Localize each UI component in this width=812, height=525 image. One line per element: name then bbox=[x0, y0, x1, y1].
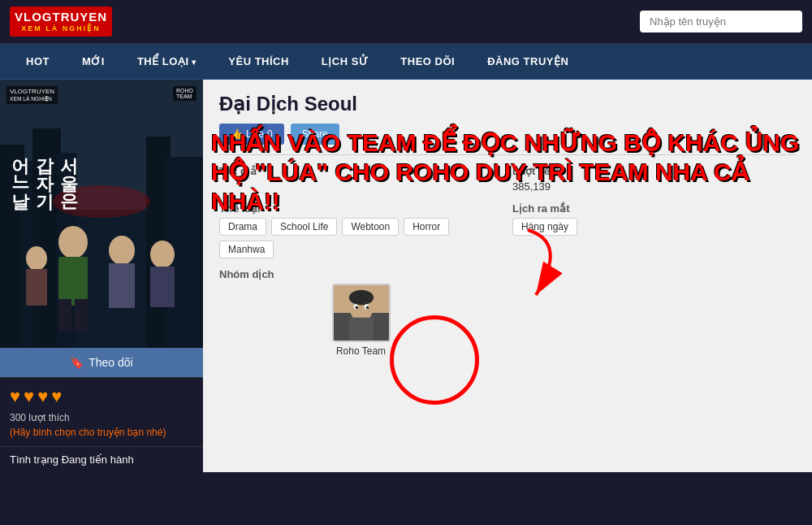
svg-point-13 bbox=[109, 236, 135, 265]
svg-rect-14 bbox=[109, 263, 135, 308]
logo-main-text: VLOGTRUYEN bbox=[15, 10, 107, 24]
nav-item-lichsu[interactable]: LỊCH SỬ bbox=[305, 44, 385, 79]
svg-point-31 bbox=[365, 306, 369, 309]
site-header: VLOGTRUYEN XEM LÀ NGHIỆN bbox=[0, 0, 812, 44]
translator-label: Nhóm dịch bbox=[219, 268, 503, 280]
cover-badge: ROHOTEAM bbox=[173, 86, 197, 101]
follow-button[interactable]: 🔖 Theo dõi bbox=[0, 348, 203, 377]
avatar-illustration bbox=[334, 284, 389, 342]
svg-point-17 bbox=[26, 246, 47, 271]
translator-area: Roho Team bbox=[219, 284, 503, 357]
svg-rect-10 bbox=[58, 257, 88, 306]
action-buttons: 👍 Like 0 Share bbox=[219, 124, 796, 145]
genre-horror[interactable]: Horror bbox=[404, 218, 449, 236]
status-label: Tình trạng bbox=[10, 453, 58, 466]
rating-area: ♥ ♥ ♥ ♥ 300 lượt thích (Hãy bình chọn ch… bbox=[0, 377, 203, 446]
like-button[interactable]: 👍 Like 0 bbox=[219, 124, 284, 145]
genre-school[interactable]: School Life bbox=[271, 218, 337, 236]
logo-area[interactable]: VLOGTRUYEN XEM LÀ NGHIỆN bbox=[10, 7, 112, 37]
heart-3[interactable]: ♥ bbox=[37, 386, 48, 407]
bookmark-icon: 🔖 bbox=[70, 356, 84, 369]
site-logo[interactable]: VLOGTRUYEN XEM LÀ NGHIỆN bbox=[10, 7, 112, 37]
nav-item-yeuthich[interactable]: YÊU THÍCH bbox=[212, 44, 305, 79]
left-panel: VLOGTRUYENXEM LÀ NGHIỆN ROHOTEAM bbox=[0, 80, 203, 472]
translator-section: Nhóm dịch bbox=[219, 268, 503, 357]
views-label: Lượt xem bbox=[512, 165, 796, 177]
thumbs-up-icon: 👍 bbox=[231, 128, 243, 140]
nav-item-theodoi[interactable]: THEO DÕI bbox=[384, 44, 471, 79]
svg-rect-18 bbox=[26, 269, 47, 306]
genre-section: Thể loại Drama School Life Webtoon Horro… bbox=[219, 202, 503, 258]
manga-title: Đại Dịch Seoul bbox=[219, 93, 796, 115]
svg-rect-26 bbox=[348, 316, 373, 341]
status-row: Tình trạng Đang tiến hành bbox=[0, 446, 203, 472]
logo-sub-text: XEM LÀ NGHIỆN bbox=[15, 24, 107, 33]
cover-illustration: 어느날 갑자기 서울은 bbox=[0, 80, 203, 348]
book-cover: VLOGTRUYENXEM LÀ NGHIỆN ROHOTEAM bbox=[0, 80, 203, 348]
author-label: Tác giả bbox=[219, 165, 503, 177]
views-section: Lượt xem 385,139 bbox=[512, 165, 796, 193]
heart-2[interactable]: ♥ bbox=[24, 386, 34, 407]
rating-vote-cta[interactable]: (Hãy bình chọn cho truyện bạn nhé) bbox=[10, 427, 193, 438]
rating-count: 300 lượt thích bbox=[10, 412, 193, 423]
genre-tags: Drama School Life Webtoon Horror Manhwa bbox=[219, 218, 503, 258]
genre-label: Thể loại bbox=[219, 202, 503, 215]
hearts-row: ♥ ♥ ♥ ♥ bbox=[10, 386, 193, 407]
genre-webtoon[interactable]: Webtoon bbox=[342, 218, 399, 236]
svg-rect-11 bbox=[58, 299, 71, 332]
like-count: 0 bbox=[267, 128, 273, 140]
search-input[interactable] bbox=[640, 11, 802, 33]
genre-manhwa[interactable]: Manhwa bbox=[219, 241, 274, 258]
main-nav: HOT MỚI THỂ LOẠI YÊU THÍCH LỊCH SỬ THEO … bbox=[0, 44, 812, 80]
genre-drama[interactable]: Drama bbox=[219, 218, 266, 236]
translator-name: Roho Team bbox=[336, 345, 386, 357]
status-value: Đang tiến hành bbox=[62, 453, 134, 466]
svg-point-9 bbox=[58, 226, 88, 258]
main-content: VLOGTRUYENXEM LÀ NGHIỆN ROHOTEAM bbox=[0, 80, 812, 472]
heart-4[interactable]: ♥ bbox=[51, 386, 62, 407]
release-section: Lịch ra mắt Hàng ngày bbox=[512, 202, 796, 258]
heart-1[interactable]: ♥ bbox=[10, 386, 20, 407]
svg-rect-12 bbox=[75, 299, 88, 332]
svg-point-27 bbox=[348, 289, 373, 305]
divider bbox=[219, 154, 796, 155]
svg-rect-16 bbox=[150, 267, 175, 307]
svg-point-30 bbox=[355, 306, 358, 309]
nav-item-theloai[interactable]: THỂ LOẠI bbox=[121, 44, 212, 79]
info-grid: Tác giả Lượt xem 385,139 Thể loại Drama … bbox=[219, 165, 796, 357]
right-panel: Đại Dịch Seoul 👍 Like 0 Share NHẤN VÀO T… bbox=[203, 80, 812, 472]
like-label: Like bbox=[246, 128, 264, 140]
cover-logo: VLOGTRUYENXEM LÀ NGHIỆN bbox=[6, 86, 58, 104]
follow-label: Theo dõi bbox=[89, 356, 132, 369]
svg-point-15 bbox=[150, 241, 175, 268]
svg-rect-32 bbox=[352, 311, 370, 318]
share-button[interactable]: Share bbox=[291, 124, 339, 145]
release-label: Lịch ra mắt bbox=[512, 202, 796, 215]
release-value: Hàng ngày bbox=[512, 218, 577, 236]
nav-item-dangtruyen[interactable]: ĐĂNG TRUYỆN bbox=[471, 44, 585, 79]
views-value: 385,139 bbox=[512, 180, 796, 193]
translator-avatar[interactable] bbox=[332, 284, 391, 342]
nav-item-hot[interactable]: HOT bbox=[10, 44, 66, 79]
author-section: Tác giả bbox=[219, 165, 503, 193]
nav-item-moi[interactable]: MỚI bbox=[66, 44, 121, 79]
